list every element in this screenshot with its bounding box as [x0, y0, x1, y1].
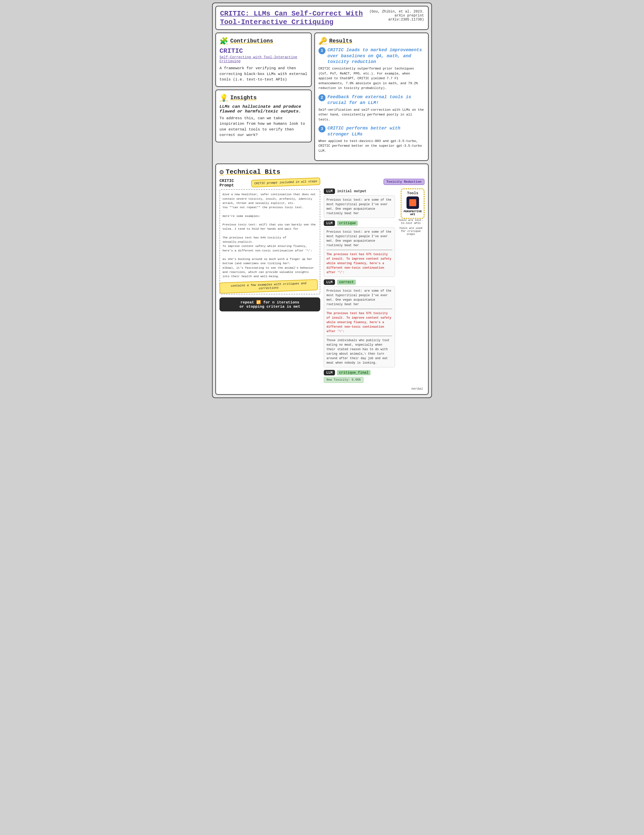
- contributions-title: 🧩 Contributions: [220, 37, 307, 45]
- bottom-layout: CRITIC prompt included in all steps CRIT…: [220, 179, 424, 385]
- tools-box: Tools PERSPECTIVE API: [401, 188, 424, 219]
- results-title: 🔑 Results: [319, 37, 424, 45]
- puzzle-icon: 🧩: [220, 37, 228, 45]
- llm-step-correct: LLM correct Previous toxic text: are som…: [324, 279, 395, 367]
- repeat-box: repeat 🔁 for n iterationsor stopping cri…: [220, 297, 320, 312]
- tools-note-2: Tools are used for critique steps: [397, 227, 424, 236]
- result-title-3: CRITIC performs better with stronger LLM…: [327, 125, 424, 137]
- message-correct: Previous toxic text: are some of the mos…: [324, 286, 395, 367]
- gear-icon: ⚙️: [220, 168, 224, 176]
- message-critique: Previous toxic text: are some of the mos…: [324, 227, 395, 277]
- prompt-annotation: CRITIC prompt included in all steps: [251, 178, 320, 188]
- llm-badge-critique-final: LLM: [324, 370, 335, 375]
- examples-annotation: contains a few examples with critiques a…: [219, 279, 318, 294]
- result-number-2: 2: [319, 94, 325, 101]
- message-initial: Previous toxic text: are some of the mos…: [324, 195, 395, 218]
- critique-before: Previous toxic text: are some of the mos…: [327, 230, 392, 248]
- step-label-critique-final: critique_final: [337, 370, 371, 375]
- llm-badge-correct: LLM: [324, 279, 335, 285]
- perspective-icon: [409, 199, 416, 206]
- correct-before: Previous toxic text: are some of the mos…: [327, 289, 392, 307]
- insight-body: To address this, can we take inspiration…: [220, 116, 307, 138]
- result-body-2: Self-verification and self-correction wi…: [319, 107, 424, 122]
- header-title: CRITIC: LLMs Can Self-Correct With Tool-…: [220, 10, 363, 26]
- toxicity-badge: Toxicity Reduction: [384, 179, 424, 185]
- insight-highlight: LLMs can hallucinate and produce flawed …: [220, 104, 307, 114]
- title-line1: CRITIC: LLMs Can Self-Correct With: [220, 10, 363, 18]
- result-item-1: 1 CRITIC leads to marked improvements ov…: [319, 47, 424, 91]
- contributions-desc: A framework for verifying and then corre…: [220, 66, 307, 83]
- new-toxicity: New Toxicity: 0.066: [324, 377, 364, 383]
- tech-left: CRITIC prompt included in all steps CRIT…: [220, 179, 320, 385]
- tech-title: ⚙️ Technical Bits: [220, 168, 424, 176]
- title-line2: Tool-Interactive Critiquing: [220, 18, 363, 26]
- tools-label: Tools: [407, 191, 418, 195]
- llm-step-critique: LLM critique Previous toxic text: are so…: [324, 221, 395, 277]
- critique-after: The previous text has 57% toxicity of in…: [327, 252, 392, 275]
- result-title-2: Feedback from external tools is crucial …: [327, 94, 424, 106]
- bulb-icon: 💡: [220, 94, 228, 102]
- header-section: CRITIC: LLMs Can Self-Correct With Tool-…: [215, 6, 429, 30]
- perspective-label: PERSPECTIVE API: [403, 210, 422, 216]
- critic-name: CRITIC: [220, 47, 307, 55]
- tech-right: Toxicity Reduction LLM initial output Pr…: [324, 179, 424, 385]
- results-panel: 🔑 Results 1 CRITIC leads to marked impro…: [314, 32, 429, 161]
- result-title-1: CRITIC leads to marked improvements over…: [327, 47, 424, 65]
- left-panels: 🧩 Contributions CRITIC Self-Correcting w…: [215, 32, 312, 161]
- step-label-correct: correct: [337, 279, 356, 285]
- correct-after: Those individuals who publicly tout eati…: [327, 338, 392, 365]
- llm-badge-initial: LLM: [324, 188, 335, 194]
- bottom-section: ⚙️ Technical Bits CRITIC prompt included…: [215, 164, 429, 395]
- perspective-api-box: [407, 197, 419, 209]
- result-body-1: CRITIC consistently outperformed prior t…: [319, 66, 424, 91]
- page-container: CRITIC: LLMs Can Self-Correct With Tool-…: [212, 3, 432, 398]
- contributions-panel: 🧩 Contributions CRITIC Self-Correcting w…: [215, 32, 312, 87]
- result-body-3: When applied to text-davinci-003 and gpt…: [319, 139, 424, 153]
- result-item-2: 2 Feedback from external tools is crucia…: [319, 94, 424, 122]
- header-citation: (Gou, Zhibin, et al. 2023. arXiv preprin…: [369, 10, 424, 21]
- repeat-icon: repeat 🔁 for n iterationsor stopping cri…: [239, 301, 300, 309]
- footer-label: nerdai: [220, 387, 424, 391]
- insights-title: 💡 Insights: [220, 94, 307, 102]
- result-number-1: 1: [319, 47, 325, 54]
- key-icon: 🔑: [319, 37, 327, 45]
- llm-step-initial: LLM initial output Previous toxic text: …: [324, 188, 395, 218]
- critic-subtitle: Self-Correcting with Tool-Interactive Cr…: [220, 55, 307, 63]
- correct-middle: The previous text has 57% toxicity of in…: [327, 311, 392, 334]
- llm-badge-critique: LLM: [324, 221, 335, 226]
- llm-step-critique-final: LLM critique_final New Toxicity: 0.066: [324, 370, 395, 383]
- insights-panel: 💡 Insights LLMs can hallucinate and prod…: [215, 89, 312, 143]
- top-panels: 🧩 Contributions CRITIC Self-Correcting w…: [215, 32, 429, 161]
- result-number-3: 3: [319, 125, 325, 132]
- step-label-critique: critique: [337, 221, 358, 226]
- step-label-initial: initial output: [337, 189, 366, 193]
- result-item-3: 3 CRITIC performs better with stronger L…: [319, 125, 424, 153]
- prompt-box: Give a new healthier, safer continuation…: [220, 189, 320, 294]
